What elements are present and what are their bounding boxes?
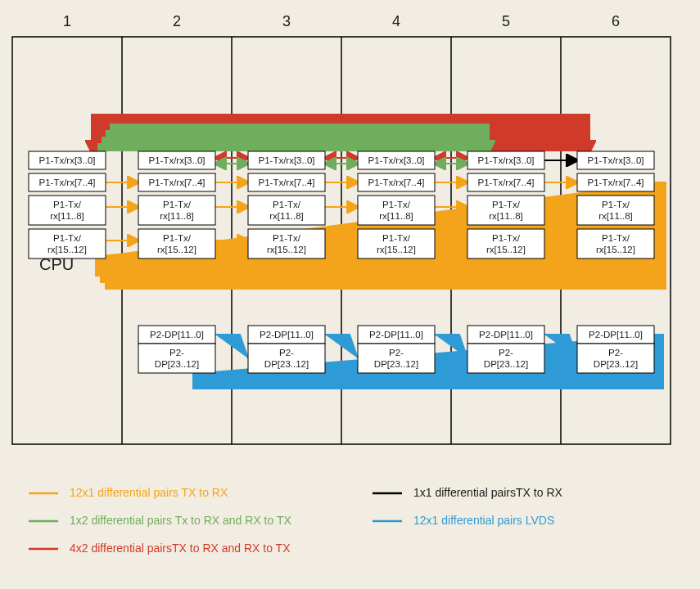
port-c3-p2b-label-1: P2- (279, 348, 294, 357)
port-c3-r1-label: P1-Tx/rx[3..0] (258, 155, 314, 165)
legend-item-1: 1x2 differential pairs Tx to RX and RX t… (29, 514, 291, 527)
port-c6-r4: P1-Tx/rx[15..12] (577, 229, 654, 259)
port-c3-r3-label-1: P1-Tx/ (273, 200, 301, 209)
port-c2-p2b-label-1: P2- (169, 348, 184, 357)
port-c6-r3-label-2: rx[11..8] (598, 211, 633, 221)
port-c6-r3: P1-Tx/rx[11..8] (577, 196, 654, 225)
port-c5-r2-label: P1-Tx/rx[7..4] (477, 178, 534, 187)
port-c2-r4: P1-Tx/rx[15..12] (138, 229, 215, 259)
port-c1-r1: P1-Tx/rx[3..0] (29, 151, 106, 169)
port-c3-p2a-label: P2-DP[11..0] (260, 330, 314, 339)
port-c4-p2b-label-2: DP[23..12] (374, 359, 418, 369)
port-c4-p2b: P2-DP[23..12] (358, 344, 435, 373)
port-c5-p2b: P2-DP[23..12] (467, 344, 544, 373)
port-c4-r4-label-1: P1-Tx/ (382, 233, 411, 243)
port-c4-r3-label-2: rx[11..8] (379, 211, 413, 221)
port-c6-r4-label-1: P1-Tx/ (602, 233, 630, 243)
port-c4-p2b-label-1: P2- (389, 348, 404, 357)
port-c6-r3-label-1: P1-Tx/ (602, 200, 630, 209)
port-c5-r4-label-2: rx[15..12] (486, 245, 526, 254)
port-c5-r3-label-2: rx[11..8] (489, 211, 523, 221)
port-c1-r4-label-2: rx[15..12] (47, 245, 87, 254)
port-c4-p2a: P2-DP[11..0] (358, 326, 435, 344)
port-c2-r1-label: P1-Tx/rx[3..0] (148, 155, 205, 165)
port-c3-r1: P1-Tx/rx[3..0] (248, 151, 325, 169)
port-c6-p2a: P2-DP[11..0] (577, 326, 654, 344)
port-c3-p2b: P2-DP[23..12] (248, 344, 325, 373)
port-c5-r4-label-1: P1-Tx/ (492, 233, 521, 243)
port-c2-r4-label-1: P1-Tx/ (163, 233, 192, 243)
port-c3-r4-label-2: rx[15..12] (267, 245, 306, 254)
col-label-3: 3 (282, 13, 291, 29)
port-c3-r2: P1-Tx/rx[7..4] (248, 173, 325, 191)
topology-diagram: 1 2 3 4 5 6 CPU (0, 0, 700, 589)
legend-item-3: 1x1 differential pairsTX to RX (373, 486, 562, 499)
port-c4-r3: P1-Tx/rx[11..8] (358, 196, 435, 225)
port-c6-r1-label: P1-Tx/rx[3..0] (587, 155, 644, 165)
port-c2-r3-label-1: P1-Tx/ (163, 200, 192, 209)
port-c5-r1: P1-Tx/rx[3..0] (467, 151, 544, 169)
port-c2-r2: P1-Tx/rx[7..4] (138, 173, 215, 191)
port-c5-p2b-label-2: DP[23..12] (484, 359, 528, 369)
legend-item-0: 12x1 differential pairs TX to RX (29, 486, 228, 499)
port-c4-r4-label-2: rx[15..12] (377, 245, 416, 254)
port-c2-r1: P1-Tx/rx[3..0] (138, 151, 215, 169)
port-c1-r3: P1-Tx/rx[11..8] (29, 196, 106, 225)
port-c3-r3-label-2: rx[11..8] (269, 211, 304, 221)
port-c3-r3: P1-Tx/rx[11..8] (248, 196, 325, 225)
port-c1-r4-label-1: P1-Tx/ (53, 233, 82, 243)
port-c2-p2b: P2-DP[23..12] (138, 344, 215, 373)
port-c5-r3: P1-Tx/rx[11..8] (467, 196, 544, 225)
port-c5-r1-label: P1-Tx/rx[3..0] (477, 155, 534, 165)
port-c1-r2: P1-Tx/rx[7..4] (29, 173, 106, 191)
port-c1-r3-label-2: rx[11..8] (50, 211, 84, 221)
port-c2-r4-label-2: rx[15..12] (157, 245, 196, 254)
port-c4-r1: P1-Tx/rx[3..0] (358, 151, 435, 169)
port-c5-p2b-label-1: P2- (499, 348, 513, 357)
port-c6-p2b: P2-DP[23..12] (577, 344, 654, 373)
port-c3-p2b-label-2: DP[23..12] (264, 359, 309, 369)
port-c1-r3-label-1: P1-Tx/ (53, 200, 82, 209)
port-c4-r3-label-1: P1-Tx/ (382, 200, 411, 209)
legend-label-0: 12x1 differential pairs TX to RX (70, 486, 228, 499)
port-c1-r4: P1-Tx/rx[15..12] (29, 229, 106, 259)
port-c4-r1-label: P1-Tx/rx[3..0] (368, 155, 424, 165)
legend-item-4: 12x1 differential pairs LVDS (373, 514, 554, 527)
port-c6-r4-label-2: rx[15..12] (596, 245, 635, 254)
legend: 12x1 differential pairs TX to RX1x2 diff… (29, 486, 562, 555)
port-c3-r2-label: P1-Tx/rx[7..4] (258, 178, 314, 187)
port-c2-r3: P1-Tx/rx[11..8] (138, 196, 215, 225)
col-label-5: 5 (502, 13, 510, 29)
col-label-1: 1 (63, 13, 71, 29)
port-c4-r4: P1-Tx/rx[15..12] (358, 229, 435, 259)
port-c3-r4: P1-Tx/rx[15..12] (248, 229, 325, 259)
port-c5-r3-label-1: P1-Tx/ (492, 200, 521, 209)
legend-label-1: 1x2 differential pairs Tx to RX and RX t… (70, 514, 291, 527)
legend-label-4: 12x1 differential pairs LVDS (413, 514, 554, 527)
port-c6-r2-label: P1-Tx/rx[7..4] (587, 178, 644, 187)
col-label-2: 2 (173, 13, 181, 29)
port-c2-r2-label: P1-Tx/rx[7..4] (148, 178, 205, 187)
port-c6-p2a-label: P2-DP[11..0] (589, 330, 643, 339)
col-label-4: 4 (392, 13, 400, 29)
port-c4-p2a-label: P2-DP[11..0] (369, 330, 423, 339)
legend-label-2: 4x2 differential pairsTX to RX and RX to… (70, 542, 291, 555)
port-c6-r1: P1-Tx/rx[3..0] (577, 151, 654, 169)
port-c6-r2: P1-Tx/rx[7..4] (577, 173, 654, 191)
port-c6-p2b-label-1: P2- (608, 348, 623, 357)
port-c2-r3-label-2: rx[11..8] (160, 211, 194, 221)
port-c3-r4-label-1: P1-Tx/ (273, 233, 301, 243)
port-c1-r1-label: P1-Tx/rx[3..0] (38, 155, 95, 165)
port-c5-p2a-label: P2-DP[11..0] (479, 330, 533, 339)
legend-label-3: 1x1 differential pairsTX to RX (413, 486, 562, 499)
port-c2-p2b-label-2: DP[23..12] (155, 359, 199, 369)
port-c3-p2a: P2-DP[11..0] (248, 326, 325, 344)
port-c6-p2b-label-2: DP[23..12] (594, 359, 638, 369)
col-label-6: 6 (612, 13, 620, 29)
port-c5-r4: P1-Tx/rx[15..12] (467, 229, 544, 259)
port-c2-p2a-label: P2-DP[11..0] (150, 330, 204, 339)
port-c2-p2a: P2-DP[11..0] (138, 326, 215, 344)
legend-item-2: 4x2 differential pairsTX to RX and RX to… (29, 542, 291, 555)
port-c4-r2: P1-Tx/rx[7..4] (358, 173, 435, 191)
port-c5-r2: P1-Tx/rx[7..4] (467, 173, 544, 191)
